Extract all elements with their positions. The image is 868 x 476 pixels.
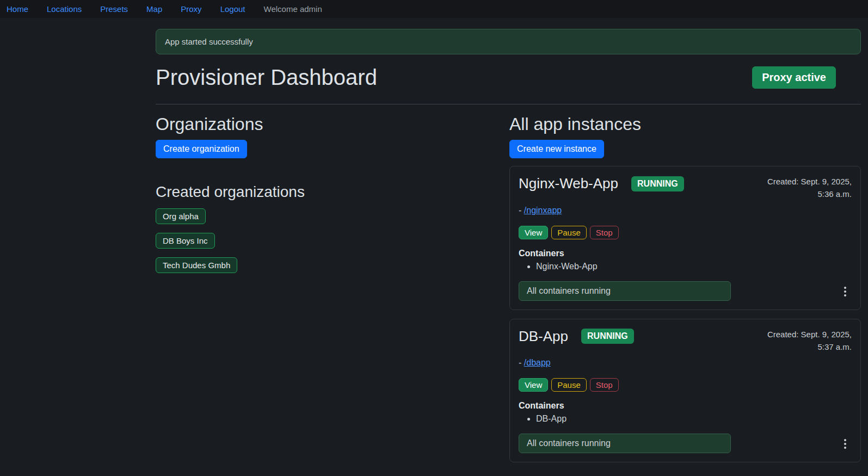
nav-link-proxy[interactable]: Proxy [181, 4, 201, 14]
container-list: Nginx-Web-App [519, 262, 852, 271]
nav-link-map[interactable]: Map [146, 4, 162, 14]
instance-path-link[interactable]: /nginxapp [524, 206, 562, 215]
pause-button[interactable]: Pause [551, 378, 587, 392]
created-line-2: 5:37 a.m. [767, 341, 852, 353]
create-instance-button[interactable]: Create new instance [509, 140, 604, 158]
organization-button-tech-dudes-gmbh[interactable]: Tech Dudes Gmbh [156, 257, 237, 273]
instance-card-nginx: Nginx-Web-App RUNNING Created: Sept. 9, … [509, 166, 861, 310]
organization-button-db-boys-inc[interactable]: DB Boys Inc [156, 233, 215, 249]
main-container: App started successfully Provisioner Das… [156, 29, 861, 462]
created-line-1: Created: Sept. 9, 2025, [767, 328, 852, 341]
created-timestamp: Created: Sept. 9, 2025, 5:37 a.m. [767, 328, 852, 354]
created-line-2: 5:36 a.m. [767, 188, 852, 200]
view-button[interactable]: View [519, 226, 548, 239]
organization-button-org-alpha[interactable]: Org alpha [156, 208, 206, 224]
container-list-item: Nginx-Web-App [536, 262, 852, 271]
organizations-heading: Organizations [156, 114, 509, 134]
page-header: Provisioner Dashboard Proxy active [156, 65, 861, 90]
path-prefix: - [519, 206, 524, 215]
kebab-menu-icon[interactable] [842, 437, 848, 451]
kebab-menu-icon[interactable] [842, 285, 848, 299]
nav-link-locations[interactable]: Locations [47, 4, 82, 14]
instance-actions: View Pause Stop [519, 226, 852, 239]
nav-link-home[interactable]: Home [7, 4, 28, 14]
path-prefix: - [519, 358, 524, 367]
instance-card-dbapp: DB-App RUNNING Created: Sept. 9, 2025, 5… [509, 319, 861, 463]
proxy-active-button[interactable]: Proxy active [752, 66, 836, 89]
top-navbar: Home Locations Presets Map Proxy Logout … [0, 0, 868, 18]
instances-section: All app instances Create new instance Ng… [509, 113, 861, 462]
pause-button[interactable]: Pause [551, 226, 587, 239]
app-started-alert: App started successfully [156, 29, 861, 54]
welcome-user-label: Welcome admin [264, 4, 322, 14]
containers-running-alert: All containers running [519, 434, 731, 453]
create-organization-button[interactable]: Create organization [156, 140, 247, 158]
created-organizations-heading: Created organizations [156, 183, 509, 201]
stop-button[interactable]: Stop [590, 378, 619, 392]
stop-button[interactable]: Stop [590, 226, 619, 239]
status-badge: RUNNING [631, 176, 684, 191]
container-list: DB-App [519, 414, 852, 424]
nav-link-presets[interactable]: Presets [100, 4, 128, 14]
created-line-1: Created: Sept. 9, 2025, [767, 175, 852, 188]
containers-running-alert: All containers running [519, 281, 731, 301]
instance-name: Nginx-Web-App [519, 175, 618, 192]
instance-path-line: - /nginxapp [519, 206, 852, 215]
organizations-section: Organizations Create organization Create… [156, 113, 509, 462]
containers-label: Containers [519, 401, 852, 411]
instance-name: DB-App [519, 328, 568, 345]
container-list-item: DB-App [536, 414, 852, 424]
instances-heading: All app instances [509, 114, 861, 134]
card-header: DB-App RUNNING Created: Sept. 9, 2025, 5… [519, 328, 852, 354]
containers-label: Containers [519, 249, 852, 258]
view-button[interactable]: View [519, 378, 548, 392]
created-timestamp: Created: Sept. 9, 2025, 5:36 a.m. [767, 175, 852, 201]
instance-actions: View Pause Stop [519, 378, 852, 392]
nav-link-logout[interactable]: Logout [220, 4, 245, 14]
instance-path-link[interactable]: /dbapp [524, 358, 551, 367]
page-title: Provisioner Dashboard [156, 65, 377, 90]
card-header: Nginx-Web-App RUNNING Created: Sept. 9, … [519, 175, 852, 201]
instance-path-line: - /dbapp [519, 358, 852, 368]
status-badge: RUNNING [581, 329, 634, 344]
header-divider [156, 104, 861, 104]
